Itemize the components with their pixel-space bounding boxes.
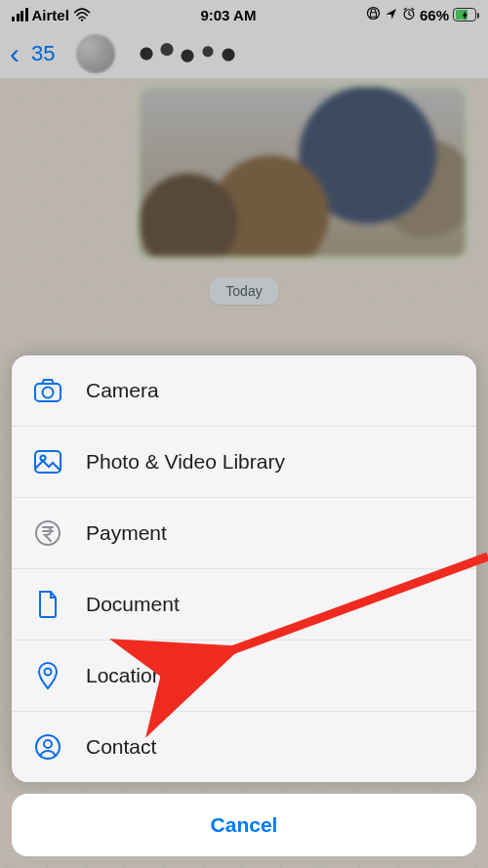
svg-point-7 (36, 521, 60, 545)
sheet-item-label: Payment (86, 521, 167, 545)
svg-point-10 (44, 740, 52, 748)
svg-rect-5 (35, 451, 61, 473)
rupee-icon (33, 518, 62, 548)
photo-icon (33, 447, 62, 476)
document-icon (33, 590, 62, 619)
sheet-item-label: Location (86, 664, 163, 687)
sheet-item-location[interactable]: Location (12, 641, 476, 712)
sheet-item-label: Photo & Video Library (86, 450, 285, 474)
sheet-item-contact[interactable]: Contact (12, 712, 476, 782)
location-pin-icon (33, 661, 62, 690)
sheet-item-payment[interactable]: Payment (12, 498, 476, 569)
sheet-item-label: Camera (86, 379, 159, 402)
sheet-item-photo-library[interactable]: Photo & Video Library (12, 427, 476, 498)
camera-icon (33, 376, 62, 405)
sheet-item-label: Document (86, 593, 180, 616)
contact-icon (33, 732, 62, 762)
cancel-button[interactable]: Cancel (12, 794, 476, 856)
sheet-item-camera[interactable]: Camera (12, 355, 476, 427)
sheet-item-document[interactable]: Document (12, 569, 476, 641)
svg-point-8 (45, 669, 52, 676)
sheet-item-label: Contact (86, 735, 156, 759)
svg-point-4 (43, 388, 54, 398)
attachment-action-sheet: Camera Photo & Video Library Payment Doc… (12, 355, 476, 856)
